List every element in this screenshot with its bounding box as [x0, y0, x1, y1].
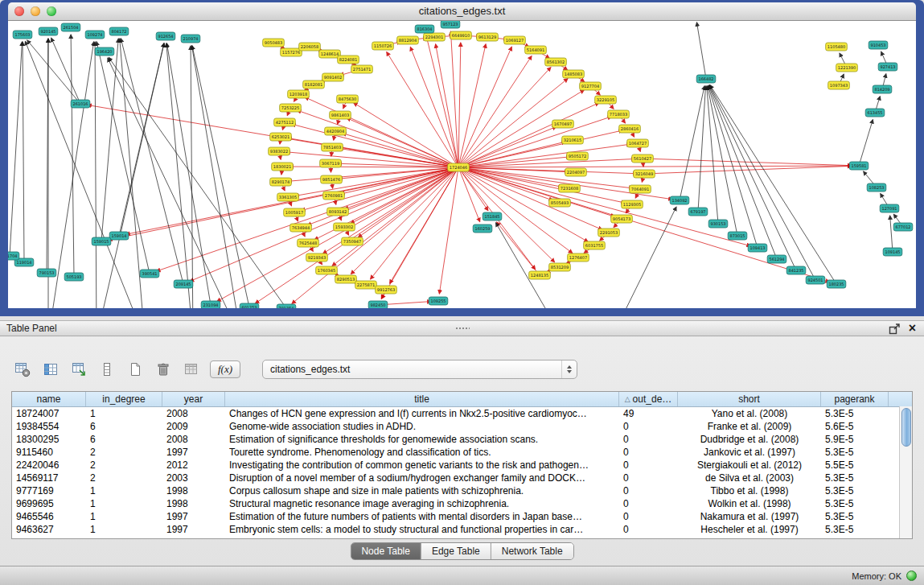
graph-node[interactable]: 957123 — [441, 21, 460, 28]
graph-node[interactable]: 791354 — [277, 304, 296, 308]
column-header-title[interactable]: title — [225, 392, 619, 406]
table-row[interactable]: 946362711997Embryonic stem cells: a mode… — [12, 523, 912, 536]
graph-node[interactable]: 109255 — [429, 297, 448, 305]
table-row[interactable]: 1456911722003Disruption of a novel membe… — [12, 472, 912, 484]
table-row[interactable]: 946554611997Estimation of the future num… — [12, 510, 912, 523]
graph-node[interactable]: 8290174 — [270, 178, 292, 186]
graph-node[interactable]: 1064727 — [627, 139, 649, 147]
graph-node[interactable]: 209145 — [174, 280, 193, 288]
tab-edge-table[interactable]: Edge Table — [421, 543, 491, 559]
delete-icon[interactable] — [154, 359, 173, 380]
graph-node[interactable]: 679197 — [688, 208, 708, 216]
graph-node[interactable]: 1203918 — [288, 90, 310, 98]
graph-node[interactable]: 9054173 — [611, 215, 633, 223]
graph-node[interactable]: 7625448 — [298, 239, 319, 247]
graph-node[interactable]: 2204097 — [565, 168, 587, 176]
scrollbar-thumb[interactable] — [901, 408, 911, 447]
graph-node[interactable]: 8812904 — [397, 36, 419, 44]
column-header-short[interactable]: short — [678, 392, 821, 406]
graph-node[interactable]: 127091 — [880, 204, 899, 212]
graph-node[interactable]: 3067119 — [320, 159, 342, 167]
graph-node[interactable]: 3361305 — [277, 193, 299, 201]
graph-node[interactable]: 1593302 — [334, 223, 355, 231]
graph-node[interactable]: 7350947 — [342, 237, 363, 245]
graph-node[interactable]: 9091402 — [322, 73, 344, 81]
graph-node[interactable]: 390541 — [140, 270, 159, 278]
graph-node[interactable]: 3216049 — [634, 170, 655, 178]
column-header-out_de[interactable]: △out_de… — [619, 392, 678, 406]
graph-node[interactable]: 1221390 — [836, 64, 858, 72]
float-panel-icon[interactable] — [889, 323, 901, 335]
graph-node[interactable]: 9127704 — [580, 82, 602, 90]
graph-node[interactable]: 5610427 — [632, 154, 654, 163]
graph-node[interactable]: 9912763 — [376, 286, 397, 294]
graph-node[interactable]: 3229105 — [595, 96, 617, 104]
graph-node[interactable]: 601253 — [240, 303, 259, 308]
combo-arrows-icon[interactable] — [561, 360, 577, 378]
graph-node[interactable]: 261504 — [61, 23, 80, 31]
graph-node[interactable]: 677012 — [893, 223, 913, 231]
graph-node[interactable]: 930153 — [708, 220, 728, 228]
tab-node-table[interactable]: Node Table — [351, 543, 421, 559]
graph-node[interactable]: 920145 — [39, 27, 58, 35]
panel-drag-grip[interactable] — [455, 327, 470, 331]
graph-node[interactable]: 1248614 — [319, 50, 341, 58]
graph-node[interactable]: 910453 — [869, 41, 888, 49]
graph-node[interactable]: 180235 — [827, 280, 846, 288]
graph-node[interactable]: 109145 — [883, 248, 902, 256]
zoom-window-button[interactable] — [47, 6, 56, 16]
graph-node[interactable]: 2206058 — [299, 43, 321, 51]
graph-node[interactable]: 5164091 — [525, 46, 547, 54]
graph-node[interactable]: 210974 — [181, 35, 200, 43]
row-list-icon[interactable] — [97, 359, 117, 380]
graph-node[interactable]: 7634944 — [290, 224, 312, 232]
minimize-window-button[interactable] — [31, 6, 40, 16]
graph-node[interactable]: 804172 — [109, 27, 129, 35]
graph-node[interactable]: 7253225 — [280, 104, 302, 112]
graph-node[interactable]: 108253 — [867, 183, 886, 192]
graph-node[interactable]: 160259 — [473, 225, 492, 233]
graph-node[interactable]: 1276407 — [568, 253, 589, 262]
graph-node[interactable]: 1248135 — [529, 271, 551, 279]
graph-node[interactable]: 1069127 — [504, 36, 526, 44]
graph-node[interactable]: 8224081 — [338, 56, 359, 64]
graph-node[interactable]: 912654 — [156, 32, 175, 40]
graph-node[interactable]: 790153 — [37, 269, 56, 277]
column-header-year[interactable]: year — [162, 392, 225, 406]
graph-node[interactable]: 9505172 — [567, 152, 589, 160]
graph-node[interactable]: 7231608 — [559, 184, 581, 192]
column-header-pagerank[interactable]: pagerank — [821, 392, 889, 406]
tab-network-table[interactable]: Network Table — [491, 543, 573, 559]
close-panel-icon[interactable]: × — [909, 323, 916, 334]
graph-node[interactable]: 8290513 — [335, 275, 357, 283]
graph-node[interactable]: 7718033 — [608, 110, 630, 118]
column-header-in_degree[interactable]: in_degree — [86, 392, 162, 406]
graph-node[interactable]: 8475630 — [337, 95, 359, 103]
graph-node[interactable]: 8182081 — [303, 80, 325, 89]
graph-node[interactable]: 561294 — [767, 255, 786, 263]
graph-node[interactable]: 9383022 — [269, 147, 290, 155]
graph-node[interactable]: 814209 — [873, 85, 892, 93]
graph-node[interactable]: 231094 — [201, 301, 220, 308]
graph-node[interactable]: 109274 — [85, 31, 105, 39]
table-row[interactable]: 1872400712008Changes of HCN gene express… — [12, 407, 912, 420]
table-row[interactable]: 969969511998Structural magnetic resonanc… — [12, 497, 912, 510]
export-table-icon[interactable] — [182, 359, 201, 380]
graph-node[interactable]: 9851476 — [321, 175, 343, 183]
graph-node[interactable]: 924501 — [806, 276, 825, 284]
graph-node[interactable]: 8531209 — [549, 263, 571, 271]
column-header-name[interactable]: name — [12, 392, 86, 406]
graph-node[interactable]: 1129305 — [622, 200, 643, 208]
network-view-canvas[interactable]: 1724046905048311572762206058124861482240… — [8, 21, 916, 308]
graph-node[interactable]: 1760345 — [316, 266, 338, 274]
graph-node[interactable]: 175603 — [13, 31, 32, 39]
graph-node[interactable]: 159015 — [92, 237, 111, 245]
graph-node[interactable]: 9613129 — [477, 33, 499, 41]
table-row[interactable]: 1830029562008Estimation of significance … — [12, 433, 912, 446]
graph-node[interactable]: 2291053 — [598, 229, 620, 237]
graph-node[interactable]: 7851403 — [322, 143, 343, 151]
graph-node[interactable]: 9219343 — [306, 253, 328, 262]
close-window-button[interactable] — [14, 6, 24, 16]
graph-node[interactable]: 166482 — [696, 75, 716, 83]
graph-node[interactable]: 1005917 — [284, 208, 306, 216]
